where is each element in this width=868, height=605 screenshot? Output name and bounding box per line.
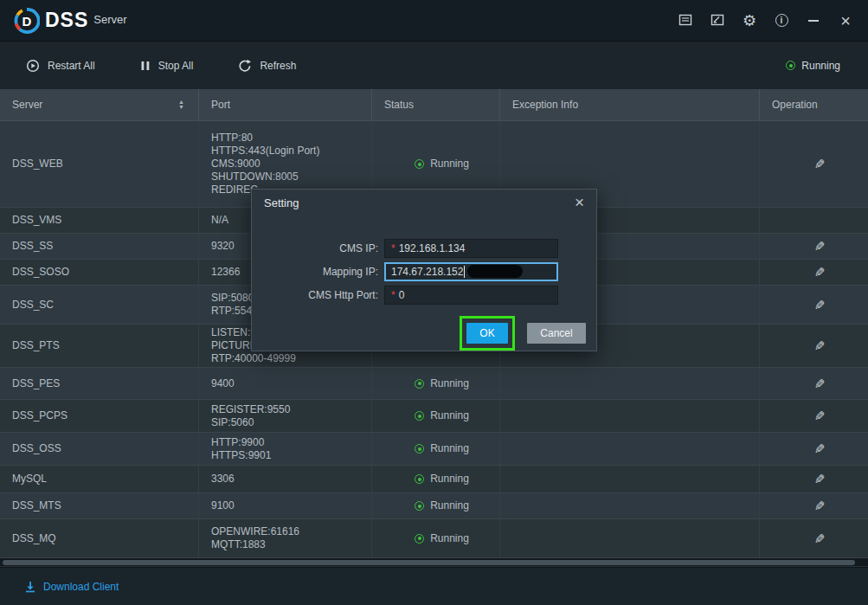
refresh-label: Refresh [260, 60, 296, 72]
horizontal-scrollbar [0, 558, 868, 566]
column-header-server[interactable]: Server ▲ ▼ [0, 89, 199, 120]
dss-logo-icon: D [14, 8, 40, 34]
edit-icon[interactable]: ✎ [814, 240, 826, 253]
status-cell: Running [372, 466, 500, 492]
status-cell: Running [372, 433, 500, 465]
server-name-cell: MySQL [0, 466, 199, 492]
running-radio-icon [415, 534, 424, 544]
port-cell: HTTP:9900HTTPS:9901 [199, 433, 372, 465]
running-radio-icon [415, 411, 424, 421]
edit-icon[interactable]: ✎ [814, 377, 826, 390]
port-line: HTTP:9900 [211, 436, 371, 449]
edit-icon[interactable]: ✎ [814, 158, 826, 171]
input-value: 174.67.218.152 [391, 266, 463, 278]
restart-all-button[interactable]: Restart All [26, 59, 95, 73]
edit-icon[interactable]: ✎ [814, 499, 826, 512]
server-name-cell: DSS_SOSO [0, 260, 199, 285]
text-input[interactable]: *192.168.1.134 [384, 239, 558, 258]
port-cell: REGISTER:9550SIP:5060 [199, 400, 372, 432]
port-line: REGISTER:9550 [211, 403, 371, 416]
port-line: HTTPS:443(Login Port) [211, 145, 371, 158]
running-radio-icon [415, 474, 424, 484]
edit-icon[interactable]: ✎ [814, 339, 826, 352]
operation-cell: ✎ [760, 121, 868, 207]
log-icon[interactable] [677, 12, 694, 29]
app-edition: Server [93, 13, 126, 26]
edit-icon[interactable]: ✎ [814, 409, 826, 422]
input-selection-artifact [467, 265, 523, 278]
table-row[interactable]: DSS_MTS9100Running✎ [0, 493, 868, 519]
edit-icon[interactable]: ✎ [814, 532, 826, 545]
port-line: 9100 [211, 499, 371, 512]
port-line: HTTP:80 [211, 132, 371, 145]
field-label: Mapping IP: [252, 266, 384, 278]
column-header-operation: Operation [760, 89, 868, 120]
logo-area: D DSS Server [14, 8, 127, 34]
port-cell: 9100 [199, 493, 372, 518]
close-icon[interactable]: × [837, 12, 854, 29]
sort-icon[interactable]: ▲ ▼ [178, 100, 184, 110]
port-line: HTTPS:9901 [211, 449, 371, 462]
refresh-button[interactable]: Refresh [238, 59, 296, 73]
status-cell: Running [372, 519, 500, 557]
text-input[interactable]: *0 [384, 286, 558, 305]
restart-icon [26, 59, 40, 73]
operation-cell: ✎ [760, 400, 868, 432]
cancel-button[interactable]: Cancel [527, 323, 586, 344]
table-row[interactable]: MySQL3306Running✎ [0, 466, 868, 493]
edit-icon[interactable]: ✎ [814, 473, 826, 486]
port-line: OPENWIRE:61616 [211, 525, 371, 538]
edit-icon[interactable]: ✎ [814, 442, 826, 455]
running-label: Running [801, 60, 840, 72]
table-header: Server ▲ ▼ Port Status Exception Info Op… [0, 89, 868, 121]
download-client-link[interactable]: Download Client [24, 581, 119, 593]
port-cell: OPENWIRE:61616MQTT:1883 [199, 519, 372, 557]
exception-info-cell [500, 368, 760, 399]
setting-dialog: Setting × CMS IP:*192.168.1.134Mapping I… [251, 189, 597, 351]
stop-all-button[interactable]: Stop All [140, 60, 194, 72]
dialog-field-row: CMS IP:*192.168.1.134 [252, 238, 596, 258]
scrollbar-thumb[interactable] [3, 560, 855, 565]
exception-info-cell [500, 433, 760, 465]
text-input[interactable]: 174.67.218.152 [384, 262, 558, 281]
operation-cell: ✎ [760, 433, 868, 465]
edit-icon[interactable]: ✎ [814, 266, 826, 279]
ok-button[interactable]: OK [466, 323, 508, 344]
status-cell: Running [372, 368, 500, 399]
table-row[interactable]: DSS_PES9400Running✎ [0, 368, 868, 400]
server-name-cell: DSS_PES [0, 368, 199, 399]
port-line: RTP:40000-49999 [211, 352, 371, 365]
info-icon[interactable]: i [773, 12, 790, 29]
required-asterisk: * [391, 244, 395, 253]
server-name-cell: DSS_SS [0, 234, 199, 259]
operation-cell: ✎ [760, 325, 868, 367]
table-row[interactable]: DSS_OSSHTTP:9900HTTPS:9901Running✎ [0, 433, 868, 466]
exception-info-cell [500, 493, 760, 518]
status-label: Running [430, 377, 469, 390]
exception-info-cell [500, 400, 760, 432]
input-value: 0 [399, 289, 405, 301]
server-name-cell: DSS_SC [0, 286, 199, 324]
required-asterisk: * [391, 291, 395, 299]
status-cell: Running [372, 400, 500, 432]
dialog-field-row: CMS Http Port:*0 [252, 285, 596, 305]
dialog-close-icon[interactable]: × [575, 196, 584, 209]
operation-cell [760, 208, 868, 233]
dialog-body: CMS IP:*192.168.1.134Mapping IP:174.67.2… [252, 216, 596, 305]
server-name-cell: DSS_PTS [0, 325, 199, 367]
app-name: DSS [45, 9, 88, 32]
status-label: Running [430, 499, 469, 512]
input-value: 192.168.1.134 [399, 242, 466, 254]
minimize-icon[interactable] [805, 12, 822, 29]
titlebar-icons: ⚙ i × [677, 12, 854, 29]
download-client-label: Download Client [43, 581, 119, 593]
operation-cell: ✎ [760, 493, 868, 518]
report-icon[interactable] [709, 12, 726, 29]
table-row[interactable]: DSS_PCPSREGISTER:9550SIP:5060Running✎ [0, 400, 868, 433]
edit-icon[interactable]: ✎ [814, 299, 826, 312]
field-label: CMS Http Port: [252, 289, 384, 301]
table-row[interactable]: DSS_MQOPENWIRE:61616MQTT:1883Running✎ [0, 519, 868, 558]
dialog-field-row: Mapping IP:174.67.218.152 [252, 261, 596, 281]
settings-gear-icon[interactable]: ⚙ [741, 12, 758, 29]
stop-icon [140, 60, 151, 72]
